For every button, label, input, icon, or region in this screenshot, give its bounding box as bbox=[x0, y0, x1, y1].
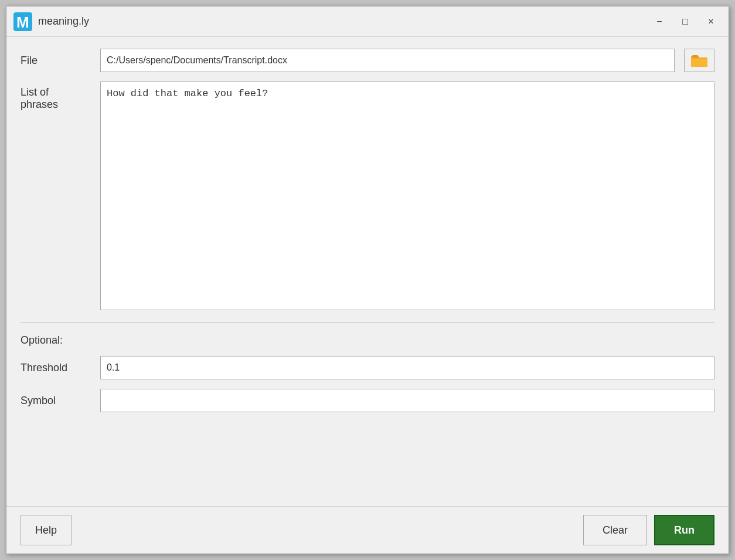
app-title: meaning.ly bbox=[38, 15, 649, 28]
threshold-row: Threshold bbox=[21, 356, 714, 379]
clear-button[interactable]: Clear bbox=[583, 515, 647, 545]
maximize-button[interactable]: □ bbox=[675, 11, 696, 32]
separator bbox=[21, 322, 714, 323]
titlebar: M meaning.ly − □ × bbox=[6, 6, 729, 37]
svg-rect-2 bbox=[691, 59, 707, 67]
folder-browse-button[interactable] bbox=[684, 49, 714, 72]
file-path-input[interactable] bbox=[100, 49, 675, 72]
phrases-row: List of phrases How did that make you fe… bbox=[21, 82, 714, 310]
content-area: File List of phrases How did that make y… bbox=[6, 37, 729, 506]
threshold-input[interactable] bbox=[100, 356, 714, 379]
svg-text:M: M bbox=[16, 13, 29, 31]
symbol-input[interactable] bbox=[100, 389, 714, 412]
folder-icon bbox=[691, 54, 707, 67]
phrases-label: List of phrases bbox=[21, 86, 91, 111]
app-logo: M bbox=[13, 12, 32, 31]
symbol-row: Symbol bbox=[21, 389, 714, 412]
minimize-button[interactable]: − bbox=[649, 11, 670, 32]
footer: Help Clear Run bbox=[6, 506, 729, 554]
phrases-textarea[interactable]: How did that make you feel? bbox=[100, 82, 714, 310]
symbol-label: Symbol bbox=[21, 395, 91, 407]
file-row: File bbox=[21, 49, 714, 72]
footer-right: Clear Run bbox=[583, 515, 714, 545]
run-button[interactable]: Run bbox=[654, 515, 714, 545]
threshold-label: Threshold bbox=[21, 362, 91, 374]
main-window: M meaning.ly − □ × File List of bbox=[6, 6, 729, 554]
help-button[interactable]: Help bbox=[21, 515, 72, 545]
close-button[interactable]: × bbox=[700, 11, 722, 32]
optional-label: Optional: bbox=[21, 332, 63, 348]
file-label: File bbox=[21, 55, 91, 67]
window-controls: − □ × bbox=[649, 11, 722, 32]
optional-section: Optional: bbox=[21, 334, 714, 347]
